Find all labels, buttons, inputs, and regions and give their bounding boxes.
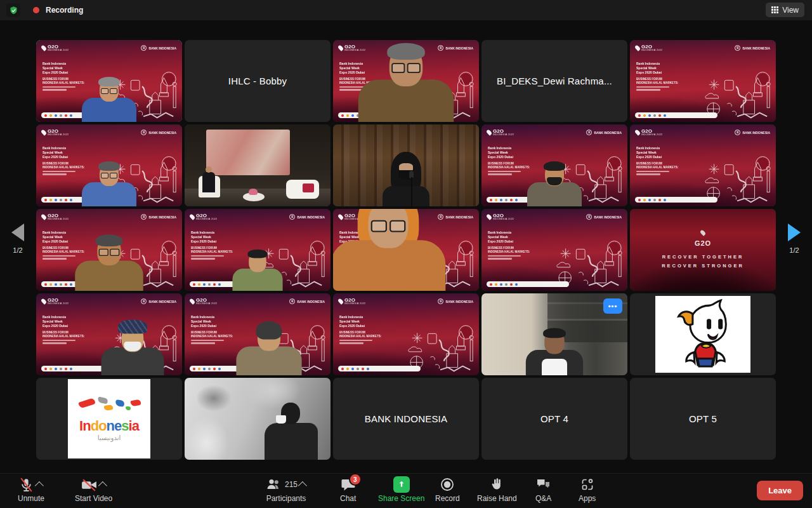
participant-figure — [339, 40, 473, 122]
g20-logo-text: G2O — [630, 239, 776, 247]
participants-icon — [265, 477, 282, 492]
next-page-control[interactable]: 1/2 — [776, 224, 812, 254]
view-button[interactable]: View — [766, 3, 804, 17]
video-tile[interactable]: G2OINDONESIA 2022 BBANK INDONESIA Bank I… — [481, 124, 627, 206]
video-tile[interactable] — [333, 124, 479, 206]
share-screen-label: Share Screen — [378, 494, 424, 503]
g20-slide-text: Bank IndonesiaSpecial WeekExpo 2020 Duba… — [43, 315, 84, 344]
previous-page-control[interactable]: 1/2 — [0, 224, 36, 254]
video-tile[interactable]: G2OINDONESIA 2022 BBANK INDONESIA Bank I… — [36, 209, 182, 291]
g20-logo: G2OINDONESIA 2022 — [190, 298, 217, 305]
leave-button[interactable]: Leave — [757, 481, 803, 500]
host-figure — [202, 172, 215, 192]
recover-slogan: RECOVER TOGETHERRECOVER STRONGER — [630, 253, 776, 270]
video-tile[interactable]: IHLC - Bobby — [185, 40, 331, 122]
video-tile[interactable]: G2OINDONESIA 2022 BBANK INDONESIA Bank I… — [36, 124, 182, 206]
video-tile[interactable]: BANK INDONESIA — [333, 378, 479, 460]
bank-indonesia-logo: BBANK INDONESIA — [141, 298, 176, 304]
video-tile[interactable]: G2OINDONESIA 2022 BBANK INDONESIA Bank I… — [333, 40, 479, 122]
apps-label: Apps — [579, 494, 596, 503]
participant-figure — [333, 209, 468, 291]
g20-wayang-icon — [189, 298, 196, 305]
participants-button[interactable]: 215 Participants — [265, 476, 307, 503]
record-button[interactable]: Record — [435, 476, 460, 503]
g20-logo: G2OINDONESIA 2022 — [42, 298, 69, 305]
bank-indonesia-logo: BBANK INDONESIA — [141, 45, 176, 51]
next-page-arrow-icon[interactable] — [788, 224, 801, 241]
video-tile[interactable]: G2OINDONESIA 2022 BBANK INDONESIA Bank I… — [333, 209, 479, 291]
participant-figure — [71, 148, 147, 206]
participant-name-label: BI_DEKS_Dewi Rachma... — [481, 40, 627, 122]
participant-figure — [71, 64, 147, 122]
more-options-button[interactable]: ••• — [603, 298, 622, 314]
video-tile[interactable]: G2OINDONESIA 2022 BBANK INDONESIA Bank I… — [630, 124, 776, 206]
video-tile[interactable] — [185, 124, 331, 206]
video-options-chevron[interactable] — [98, 481, 107, 490]
coffee-cup — [276, 415, 286, 424]
unmute-options-chevron[interactable] — [35, 481, 44, 490]
unmute-button[interactable]: Unmute — [18, 476, 44, 503]
indonesia-arabic-text: اندونيسيا — [98, 434, 121, 441]
video-tile[interactable]: G2OINDONESIA 2022 BBANK INDONESIA Bank I… — [333, 293, 479, 375]
g20-slide-text: Bank IndonesiaSpecial WeekExpo 2020 Duba… — [636, 62, 678, 91]
figure-head — [249, 251, 266, 272]
video-tile[interactable]: G2O RECOVER TOGETHERRECOVER STRONGER — [630, 209, 776, 291]
wonderful-indonesia-logo: Indonesia اندونيسيا — [68, 379, 150, 458]
sponsor-strip — [635, 197, 717, 203]
participant-name-label: OPT 4 — [481, 378, 627, 460]
qa-button[interactable]: Q&A — [535, 476, 551, 503]
apps-button[interactable]: Apps — [579, 476, 596, 503]
figure-head — [390, 46, 423, 86]
video-tile[interactable]: BI_DEKS_Dewi Rachma... — [481, 40, 627, 122]
video-tile-active-speaker[interactable]: G2OINDONESIA 2022 BBANK INDONESIA Bank I… — [36, 40, 182, 122]
speaker-figure — [376, 143, 436, 206]
glasses — [101, 173, 117, 178]
video-tile[interactable]: OPT 4 — [481, 378, 627, 460]
sponsor-strip — [338, 366, 421, 371]
security-shield-icon[interactable] — [6, 3, 20, 17]
g20-logo: G2OINDONESIA 2022 — [636, 44, 662, 52]
apps-icon — [580, 477, 595, 492]
video-tile[interactable] — [630, 293, 776, 375]
bank-indonesia-logo: BBANK INDONESIA — [586, 214, 622, 220]
share-screen-button[interactable]: Share Screen — [378, 476, 424, 503]
bank-indonesia-logo: BBANK INDONESIA — [141, 130, 176, 135]
glasses — [101, 88, 117, 94]
participants-chevron[interactable] — [298, 481, 307, 490]
qa-icon — [535, 477, 551, 492]
participant-name-label: BANK INDONESIA — [333, 378, 479, 460]
g20-wayang-icon — [486, 129, 493, 136]
figure-head — [100, 163, 119, 186]
g20-virtual-background: G2OINDONESIA 2022 BBANK INDONESIA Bank I… — [630, 40, 776, 122]
red-pillow — [303, 184, 314, 192]
video-tile[interactable]: G2OINDONESIA 2022 BBANK INDONESIA Bank I… — [481, 209, 627, 291]
muted-microphone-icon — [18, 477, 34, 493]
unmute-label: Unmute — [18, 494, 44, 503]
gallery-grid-icon — [771, 6, 778, 13]
g20-logo: G2OINDONESIA 2022 — [487, 213, 514, 221]
flower-vase — [249, 189, 258, 195]
video-tile[interactable]: G2OINDONESIA 2022 BBANK INDONESIA Bank I… — [36, 293, 182, 375]
video-tile[interactable]: G2OINDONESIA 2022 BBANK INDONESIA Bank I… — [185, 293, 331, 375]
hair — [256, 321, 282, 340]
video-tile[interactable]: OPT 5 — [630, 378, 776, 460]
chat-badge: 3 — [349, 473, 362, 486]
video-tile[interactable]: G2OINDONESIA 2022 BBANK INDONESIA Bank I… — [630, 40, 776, 122]
previous-page-arrow-icon[interactable] — [11, 224, 24, 241]
recover-slide-content: G2O RECOVER TOGETHERRECOVER STRONGER — [630, 227, 776, 270]
chat-button[interactable]: 3 Chat — [340, 476, 356, 503]
video-tile[interactable]: Indonesia اندونيسيا — [36, 378, 182, 460]
video-tile[interactable]: ••• — [481, 293, 627, 375]
hair — [247, 250, 267, 258]
participant-name-label: IHLC - Bobby — [185, 40, 331, 122]
start-video-button[interactable]: Start Video — [75, 476, 112, 503]
camera-off-icon — [81, 477, 98, 493]
gallery-grid: G2OINDONESIA 2022 BBANK INDONESIA Bank I… — [36, 40, 776, 460]
raise-hand-button[interactable]: Raise Hand — [477, 476, 517, 503]
video-tile[interactable]: G2OINDONESIA 2022 BBANK INDONESIA Bank I… — [185, 209, 331, 291]
g20-wayang-icon — [189, 213, 196, 220]
video-tile[interactable] — [185, 378, 331, 460]
indonesia-wordmark: Indonesia — [79, 419, 139, 433]
face-mask — [547, 177, 562, 185]
white-shirt — [542, 359, 567, 375]
